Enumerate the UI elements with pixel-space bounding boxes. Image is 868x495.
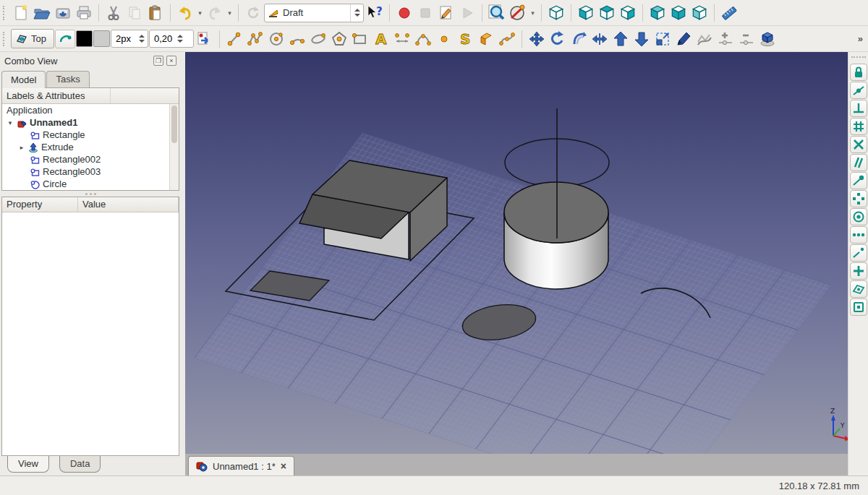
snap-endpoint-button[interactable] [850, 172, 867, 189]
draft-scale-button[interactable] [652, 29, 673, 49]
tree-item-extrude[interactable]: ▸ Extrude [2, 141, 179, 153]
line-width-input[interactable] [116, 33, 137, 44]
text-scale-spinbox[interactable] [149, 30, 194, 48]
toolbar-drag-handle[interactable] [851, 56, 866, 60]
tree-item-rectangle003[interactable]: Rectangle003 [2, 165, 179, 178]
snap-perpendicular-button[interactable] [850, 100, 867, 117]
snap-intersection-button[interactable] [850, 136, 867, 153]
open-document-button[interactable] [32, 3, 52, 23]
tab-data[interactable]: Data [59, 456, 101, 473]
document-tab[interactable]: Unnamed1 : 1* × [188, 456, 294, 475]
draft-downgrade-button[interactable] [631, 29, 652, 49]
refresh-button[interactable] [243, 3, 263, 23]
zoom-fit-all-button[interactable] [487, 3, 507, 23]
apply-style-button[interactable] [195, 29, 215, 49]
undo-dropdown[interactable]: ▾ [196, 3, 204, 23]
workbench-selector[interactable]: Draft [264, 4, 364, 22]
tree-item-document[interactable]: ▾ Unnamed1 [2, 116, 179, 129]
snap-lock-button[interactable] [850, 64, 867, 81]
tab-tasks[interactable]: Tasks [46, 71, 89, 87]
panel-splitter[interactable] [0, 191, 181, 197]
draft-arc-button[interactable] [287, 29, 307, 49]
toolbar-drag-handle[interactable] [3, 32, 7, 46]
tab-view[interactable]: View [7, 456, 49, 473]
workbench-spin[interactable] [350, 4, 360, 22]
draft-bezier-button[interactable] [497, 29, 517, 49]
redo-dropdown[interactable]: ▾ [226, 3, 234, 23]
draft-edit-button[interactable] [673, 29, 694, 49]
draft-offset-button[interactable] [569, 29, 589, 49]
draft-ellipse-button[interactable] [308, 29, 328, 49]
draft-delete-point-button[interactable] [736, 29, 757, 49]
working-plane-button[interactable]: Top [11, 29, 54, 48]
view-right-button[interactable] [618, 3, 638, 23]
print-button[interactable] [74, 3, 94, 23]
macro-record-button[interactable] [394, 3, 414, 23]
view-front-button[interactable] [576, 3, 596, 23]
draft-polygon-button[interactable] [329, 29, 349, 49]
toolbar-overflow-indicator[interactable]: » [858, 33, 866, 44]
tree-item-application[interactable]: Application [2, 104, 179, 116]
construction-mode-toggle[interactable] [55, 30, 75, 48]
viewport-3d[interactable]: Z Y x [185, 52, 848, 454]
snap-midpoint-button[interactable] [850, 82, 867, 99]
draft-wire-button[interactable] [245, 29, 265, 49]
view-top-button[interactable] [597, 3, 617, 23]
toolbar-drag-handle[interactable] [3, 6, 7, 20]
macro-play-button[interactable] [457, 3, 477, 23]
cut-button[interactable] [103, 3, 124, 23]
draw-style-button[interactable] [508, 3, 528, 23]
view-left-button[interactable] [689, 3, 710, 23]
snap-dimensions-button[interactable] [850, 298, 867, 316]
draft-rectangle-button[interactable] [350, 29, 370, 49]
snap-near-button[interactable] [850, 262, 867, 280]
panel-close-icon[interactable]: × [166, 56, 176, 66]
face-color-swatch[interactable] [93, 30, 110, 47]
draft-rotate-button[interactable] [548, 29, 568, 49]
draft-move-button[interactable] [527, 29, 547, 49]
line-width-spinbox[interactable] [111, 30, 148, 48]
draft-shapestring-button[interactable]: S [455, 29, 475, 49]
new-document-button[interactable] [11, 3, 31, 23]
tree-scrollbar[interactable] [169, 104, 179, 190]
expander-open-icon[interactable]: ▾ [7, 119, 14, 126]
macro-edit-button[interactable] [436, 3, 456, 23]
copy-button[interactable] [124, 3, 145, 23]
draft-dimension-button[interactable] [392, 29, 412, 49]
view-rear-button[interactable] [647, 3, 668, 23]
draft-facebinder-button[interactable] [476, 29, 496, 49]
snap-grid-button[interactable] [850, 118, 867, 135]
draft-trimex-button[interactable] [590, 29, 610, 49]
paste-button[interactable] [145, 3, 166, 23]
view-bottom-button[interactable] [668, 3, 689, 23]
snap-working-plane-button[interactable] [850, 280, 867, 298]
snap-center-button[interactable] [850, 208, 867, 225]
draft-upgrade-button[interactable] [610, 29, 631, 49]
draw-style-dropdown[interactable]: ▾ [529, 3, 537, 23]
snap-ortho-button[interactable] [850, 226, 867, 244]
tab-close-icon[interactable]: × [281, 461, 286, 471]
draft-point-button[interactable] [434, 29, 454, 49]
text-scale-spin[interactable] [176, 35, 184, 43]
scrollbar-thumb[interactable] [171, 106, 177, 143]
snap-parallel-button[interactable] [850, 154, 867, 171]
view-axonometric-button[interactable] [546, 3, 566, 23]
draft-line-button[interactable] [224, 29, 244, 49]
tab-model[interactable]: Model [1, 71, 46, 88]
tree-item-rectangle[interactable]: Rectangle [2, 129, 179, 141]
measure-distance-button[interactable] [719, 3, 739, 23]
line-color-swatch[interactable] [76, 30, 93, 47]
draft-shape2d-view-button[interactable] [757, 29, 778, 49]
whats-this-button[interactable]: ? [365, 3, 385, 23]
text-scale-input[interactable] [154, 33, 176, 44]
panel-float-icon[interactable]: ❐ [153, 56, 163, 66]
macro-stop-button[interactable] [415, 3, 435, 23]
draft-circle-button[interactable] [266, 29, 286, 49]
tree-item-circle[interactable]: Circle [2, 178, 179, 190]
save-document-button[interactable] [53, 3, 73, 23]
redo-button[interactable] [205, 3, 225, 23]
snap-angle-button[interactable] [850, 190, 867, 207]
snap-extension-button[interactable] [850, 244, 867, 262]
draft-wire-to-bspline-button[interactable] [694, 29, 715, 49]
line-width-spin[interactable] [137, 35, 146, 43]
